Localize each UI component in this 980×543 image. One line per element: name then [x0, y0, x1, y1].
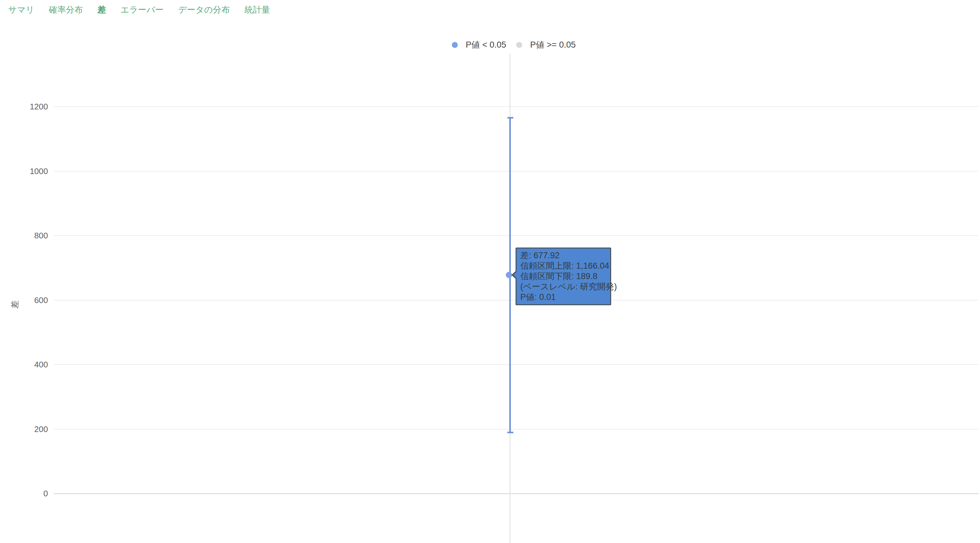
- y-tick-label-1200: 1200: [19, 102, 48, 111]
- y-tick-label-1000: 1000: [19, 167, 48, 176]
- gridline-800: [54, 235, 979, 236]
- tooltip: 差: 677.92 信頼区間上限: 1,166.04 信頼区間下限: 189.8…: [515, 248, 611, 305]
- tooltip-base-level: (ベースレベル: 研究開発): [520, 282, 606, 292]
- tooltip-diff-value: 差: 677.92: [520, 250, 606, 261]
- y-tick-label-200: 200: [19, 424, 48, 434]
- gridline-400: [54, 364, 979, 365]
- tooltip-ci-lower: 信頼区間下限: 189.8: [520, 271, 606, 282]
- error-bar-chart: 差 差: 677.92 信頼区間上限: 1,166.04 信頼区間下限: 189…: [0, 0, 980, 543]
- gridline-0: [54, 493, 979, 494]
- ci-upper-cap: [508, 117, 513, 119]
- tooltip-arrow-icon: [513, 272, 517, 278]
- ci-lower-cap: [508, 432, 513, 433]
- tooltip-p-value: P値: 0.01: [520, 292, 606, 302]
- y-tick-label-0: 0: [19, 489, 48, 498]
- difference-point-marker[interactable]: [506, 272, 512, 278]
- gridline-1000: [54, 171, 979, 171]
- y-tick-label-800: 800: [19, 231, 48, 240]
- gridline-1200: [54, 106, 979, 107]
- app-screen: サマリ 確率分布 差 エラーバー データの分布 統計量 P値 < 0.05 P値…: [0, 0, 980, 543]
- y-tick-label-400: 400: [19, 360, 48, 369]
- y-tick-label-600: 600: [19, 295, 48, 305]
- y-axis-title: 差: [10, 300, 21, 309]
- tooltip-ci-upper: 信頼区間上限: 1,166.04: [520, 261, 606, 271]
- gridline-200: [54, 429, 979, 429]
